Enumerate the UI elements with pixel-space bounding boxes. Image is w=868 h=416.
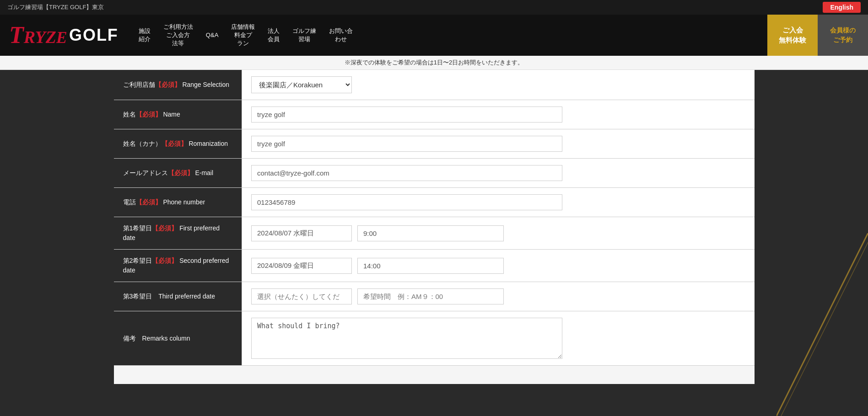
form-field-phone [242, 188, 755, 217]
form-field-name [242, 100, 755, 129]
logo-script: TRYZE [9, 23, 67, 47]
form-field-date1 [242, 217, 755, 250]
phone-input[interactable] [251, 194, 562, 210]
nav-item-practice[interactable]: ゴルフ練習場 [286, 23, 323, 47]
date3-input[interactable] [251, 288, 352, 304]
nav-item-facilities[interactable]: 施設紹介 [132, 23, 157, 47]
nav-area: 施設紹介 ご利用方法ご入会方法等 Q&A 店舗情報料金プラン 法人会員 ゴルフ練… [128, 15, 767, 56]
form-row-name: 姓名【必須】 Name [114, 100, 755, 129]
form-row-phone: 電話【必須】 Phone number [114, 188, 755, 217]
form-label-romanization: 姓名（カナ）【必須】 Romanization [114, 129, 242, 159]
notice-bar: ※深夜での体験をご希望の場合は1日〜2日お時間をいただきます。 [0, 56, 868, 70]
header: TRYZE GOLF 施設紹介 ご利用方法ご入会方法等 Q&A 店舗情報料金プラ… [0, 15, 868, 56]
form-row-date2: 第2希望日【必須】 Second preferred date [114, 250, 755, 282]
notice-text: ※深夜での体験をご希望の場合は1日〜2日お時間をいただきます。 [345, 59, 523, 66]
date1-row [251, 225, 745, 241]
form-row-romanization: 姓名（カナ）【必須】 Romanization [114, 129, 755, 159]
main-content: ご利用店舗【必須】 Range Selection 後楽園店／Korakuen … [114, 70, 755, 384]
store-select[interactable]: 後楽園店／Korakuen [251, 76, 352, 93]
form-row-remarks: 備考 Remarks column What should I bring? [114, 311, 755, 366]
form-field-date3 [242, 282, 755, 311]
time1-input[interactable] [357, 225, 504, 241]
romanization-input[interactable] [251, 136, 562, 152]
form-label-date1: 第1希望日【必須】 First preferred date [114, 217, 242, 250]
cta-member-reservation[interactable]: 会員様の ご予約 [818, 15, 868, 56]
form-field-romanization [242, 129, 755, 159]
email-input[interactable] [251, 165, 562, 181]
date2-row [251, 258, 745, 274]
nav-item-qa[interactable]: Q&A [199, 27, 225, 43]
nav-item-usage[interactable]: ご利用方法ご入会方法等 [157, 19, 199, 52]
time2-input[interactable] [357, 258, 504, 274]
site-title: ゴルフ練習場【TRYZE GOLF】東京 [7, 3, 104, 11]
form-label-phone: 電話【必須】 Phone number [114, 188, 242, 217]
form-label-date3: 第3希望日 Third preferred date [114, 282, 242, 311]
form-field-store: 後楽園店／Korakuen [242, 70, 755, 100]
nav-item-contact[interactable]: お問い合わせ [323, 23, 359, 47]
svg-line-0 [776, 233, 868, 384]
form-label-email: メールアドレス【必須】 E-mail [114, 159, 242, 188]
form-label-date2: 第2希望日【必須】 Second preferred date [114, 250, 242, 282]
form-row-store: ご利用店舗【必須】 Range Selection 後楽園店／Korakuen [114, 70, 755, 100]
logo-area: TRYZE GOLF [0, 15, 128, 56]
form-field-email [242, 159, 755, 188]
form-row-email: メールアドレス【必須】 E-mail [114, 159, 755, 188]
remarks-textarea[interactable]: What should I bring? [251, 318, 562, 359]
form-row-date1: 第1希望日【必須】 First preferred date [114, 217, 755, 250]
form-field-remarks: What should I bring? [242, 311, 755, 366]
form-label-name: 姓名【必須】 Name [114, 100, 242, 129]
form-row-date3: 第3希望日 Third preferred date [114, 282, 755, 311]
nav-item-store-info[interactable]: 店舗情報料金プラン [225, 19, 261, 52]
nav-cta-area: ご入会 無料体験 会員様の ご予約 [767, 15, 868, 56]
top-bar: ゴルフ練習場【TRYZE GOLF】東京 English [0, 0, 868, 15]
time3-input[interactable] [357, 288, 504, 304]
logo-golf: GOLF [69, 26, 119, 45]
form-field-date2 [242, 250, 755, 282]
diagonal-decoration [776, 233, 868, 384]
english-button[interactable]: English [823, 2, 861, 13]
form-label-store: ご利用店舗【必須】 Range Selection [114, 70, 242, 100]
name-input[interactable] [251, 107, 562, 123]
cta-free-trial[interactable]: ご入会 無料体験 [767, 15, 818, 56]
date1-input[interactable] [251, 225, 352, 241]
registration-form: ご利用店舗【必須】 Range Selection 後楽園店／Korakuen … [114, 70, 755, 366]
date2-input[interactable] [251, 258, 352, 274]
svg-line-1 [781, 233, 868, 384]
nav-item-corporate[interactable]: 法人会員 [261, 23, 286, 47]
date3-row [251, 288, 745, 304]
form-label-remarks: 備考 Remarks column [114, 311, 242, 366]
